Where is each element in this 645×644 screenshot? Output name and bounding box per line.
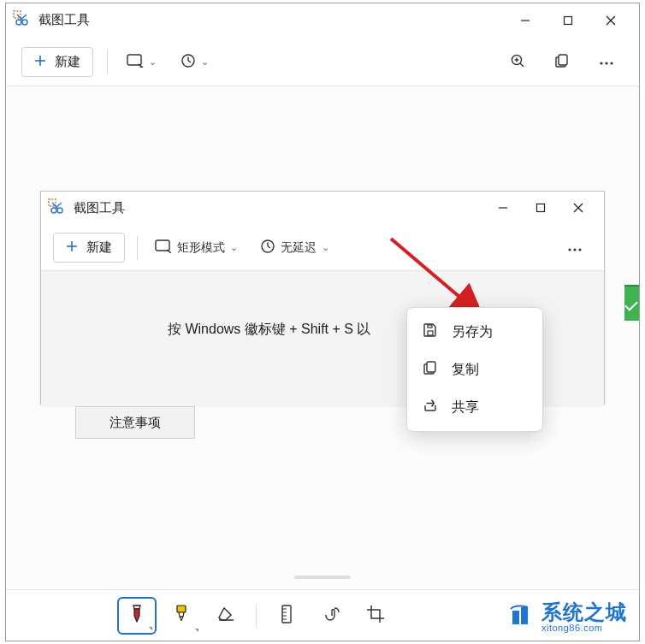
- copy-icon: [423, 360, 438, 379]
- bottom-toolbar: 系统之城 xitong86.com: [6, 589, 639, 641]
- watermark-logo-icon: [509, 604, 535, 628]
- inner-window-controls: [484, 194, 597, 222]
- svg-rect-47: [428, 325, 432, 328]
- chevron-down-icon: ⌄: [230, 242, 238, 253]
- svg-rect-46: [428, 331, 433, 335]
- chevron-down-icon: [149, 627, 152, 630]
- svg-point-42: [568, 248, 571, 251]
- copy-button[interactable]: [545, 46, 579, 77]
- divider: [256, 605, 257, 627]
- svg-line-19: [520, 63, 524, 67]
- popup-share-label: 共享: [452, 399, 479, 417]
- chevron-down-icon: ⌄: [149, 56, 157, 68]
- svg-rect-22: [559, 55, 567, 65]
- svg-rect-37: [156, 240, 169, 251]
- svg-point-24: [605, 62, 607, 64]
- titlebar: 截图工具: [6, 3, 639, 38]
- svg-rect-51: [282, 606, 291, 623]
- crop-icon: [366, 605, 385, 626]
- save-icon: [423, 322, 438, 341]
- new-label: 新建: [55, 54, 80, 70]
- highlighter-tool[interactable]: [162, 597, 201, 635]
- rectangle-icon: [127, 54, 144, 70]
- snip-app-icon: [13, 10, 30, 30]
- new-snip-button[interactable]: 新建: [21, 47, 93, 77]
- ruler-tool[interactable]: [267, 597, 306, 635]
- canvas[interactable]: 截图工具 新建: [6, 86, 639, 641]
- watermark: 系统之城 xitong86.com: [509, 599, 627, 633]
- popup-save-as[interactable]: 另存为: [409, 313, 541, 351]
- pen-tool[interactable]: [117, 597, 157, 635]
- svg-point-25: [610, 62, 612, 64]
- svg-rect-48: [427, 362, 435, 372]
- minimize-button[interactable]: [504, 6, 547, 35]
- window-controls: [504, 6, 632, 35]
- maximize-button[interactable]: [547, 6, 589, 35]
- inner-delay-label: 无延迟: [281, 240, 317, 256]
- ruler-icon: [280, 605, 293, 626]
- chevron-down-icon: [195, 629, 198, 632]
- window-title: 截图工具: [38, 12, 90, 28]
- eraser-tool[interactable]: [206, 597, 246, 635]
- snip-app-icon: [48, 198, 65, 218]
- highlighter-icon: [173, 604, 190, 627]
- zoom-button[interactable]: [500, 46, 535, 77]
- svg-rect-57: [521, 607, 528, 624]
- eraser-icon: [216, 606, 235, 625]
- svg-point-43: [573, 248, 576, 251]
- green-strip-fragment: [624, 285, 639, 321]
- inner-minimize-button[interactable]: [484, 194, 522, 222]
- svg-line-41: [268, 246, 270, 248]
- plus-icon: [66, 240, 78, 255]
- popup-copy[interactable]: 复制: [409, 351, 541, 388]
- svg-point-23: [600, 62, 602, 64]
- watermark-url: xitong86.com: [541, 623, 627, 633]
- share-icon: [423, 398, 438, 417]
- svg-rect-11: [127, 55, 141, 65]
- popup-copy-label: 复制: [452, 361, 479, 379]
- inner-window-title: 截图工具: [74, 200, 125, 216]
- more-button[interactable]: [589, 46, 624, 77]
- inner-maximize-button[interactable]: [522, 194, 559, 222]
- touch-write-icon: [322, 605, 340, 626]
- popup-save-as-label: 另存为: [452, 323, 493, 341]
- popup-share[interactable]: 共享: [409, 388, 541, 426]
- svg-rect-49: [177, 606, 186, 612]
- clock-icon: [260, 239, 275, 257]
- inner-mode-dropdown[interactable]: 矩形模式 ⌄: [150, 233, 243, 263]
- page-indicator: [294, 576, 351, 579]
- delay-dropdown[interactable]: ⌄: [175, 46, 214, 77]
- touch-write-tool[interactable]: [311, 597, 351, 635]
- notes-chip: 注意事项: [75, 406, 195, 439]
- inner-new-snip-button[interactable]: 新建: [53, 233, 125, 263]
- toolbar: 新建 ⌄ ⌄: [6, 38, 639, 86]
- notes-chip-label: 注意事项: [109, 415, 161, 431]
- copy-icon: [554, 53, 570, 71]
- snip-tool-window: 截图工具 新建 ⌄: [5, 3, 640, 641]
- keyboard-hint: 按 Windows 徽标键 + Shift + S 以: [168, 321, 370, 339]
- svg-point-44: [578, 248, 581, 251]
- zoom-icon: [510, 53, 525, 71]
- watermark-title: 系统之城: [541, 600, 627, 623]
- clock-icon: [180, 53, 196, 71]
- close-button[interactable]: [589, 6, 632, 35]
- inner-mode-label: 矩形模式: [177, 240, 225, 256]
- chevron-down-icon: ⌄: [322, 242, 329, 253]
- inner-more-button[interactable]: [558, 233, 592, 263]
- inner-new-label: 新建: [86, 239, 112, 256]
- divider: [137, 236, 138, 260]
- inner-toolbar: 新建 矩形模式 ⌄ 无延迟 ⌄: [41, 224, 604, 270]
- chevron-down-icon: ⌄: [201, 56, 209, 68]
- svg-line-17: [188, 61, 191, 62]
- crop-tool[interactable]: [356, 597, 395, 635]
- svg-rect-32: [537, 204, 545, 212]
- snip-mode-dropdown[interactable]: ⌄: [121, 46, 162, 77]
- svg-rect-6: [565, 16, 572, 24]
- rectangle-icon: [155, 239, 172, 256]
- more-popup-menu: 另存为 复制 共享: [406, 307, 543, 432]
- inner-close-button[interactable]: [559, 194, 597, 222]
- divider: [107, 50, 108, 74]
- more-icon: [599, 55, 614, 68]
- pen-icon: [128, 604, 145, 627]
- inner-delay-dropdown[interactable]: 无延迟 ⌄: [255, 233, 334, 263]
